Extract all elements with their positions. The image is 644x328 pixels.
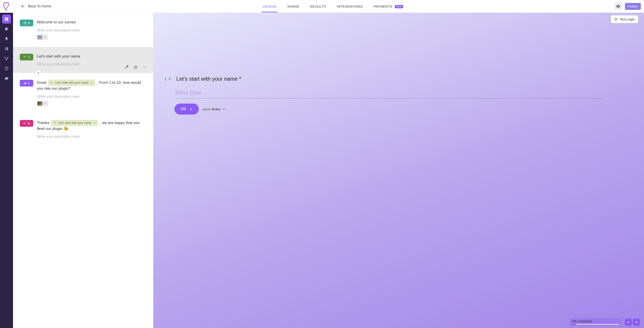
nav-design[interactable]: DESIGN <box>262 1 277 12</box>
wrench-icon <box>124 65 129 69</box>
rail-separator <box>2 85 11 85</box>
sidebar-rail <box>0 13 13 328</box>
svg-rect-4 <box>7 19 8 21</box>
nav-results[interactable]: RESULTS <box>310 1 326 12</box>
block-actions <box>124 65 147 69</box>
svg-rect-8 <box>5 67 8 70</box>
preview-prev-button[interactable] <box>625 318 632 326</box>
block-thanks[interactable]: A Thanks Let's start with your name , we… <box>13 113 153 145</box>
text-lines-icon <box>23 56 26 59</box>
svg-rect-3 <box>5 19 6 21</box>
block-welcome[interactable]: A Welcome to our survey Write your descr… <box>13 13 153 47</box>
close-icon[interactable] <box>90 82 93 84</box>
block-mention-button[interactable] <box>134 65 138 69</box>
chevron-up-icon <box>626 320 630 324</box>
close-icon[interactable] <box>93 122 96 124</box>
ok-button[interactable]: OK <box>174 104 199 115</box>
badge-letter: 2 <box>28 81 30 85</box>
bell-icon <box>4 37 8 41</box>
rail-theme[interactable] <box>2 25 11 34</box>
block-title[interactable]: Thanks Let's start with your name , we a… <box>37 120 146 131</box>
block-more-button[interactable] <box>142 65 147 69</box>
svg-point-17 <box>617 18 618 19</box>
svg-point-5 <box>5 57 6 58</box>
rail-settings[interactable] <box>2 44 11 53</box>
publish-button[interactable]: Publish <box>625 3 641 10</box>
preview-eye-button[interactable] <box>614 3 622 10</box>
block-title[interactable]: Great Let's start with your name , From … <box>37 80 146 91</box>
header-divider <box>15 3 15 10</box>
block-badge-text: 1 <box>20 54 33 61</box>
block-desc[interactable]: Write your description here <box>37 135 146 139</box>
text-lines-icon <box>53 121 56 124</box>
progress-track <box>572 324 619 325</box>
preview-next-button[interactable] <box>633 318 640 326</box>
block-title[interactable]: Welcome to our survey <box>37 20 146 25</box>
block-rating[interactable]: 2 Great Let's start with your name , Fro… <box>13 73 153 113</box>
new-badge: NEW <box>395 5 403 8</box>
test-logic-button[interactable]: Test Logic <box>611 15 638 23</box>
answer-input[interactable] <box>174 88 603 99</box>
at-icon <box>134 65 138 69</box>
svg-point-10 <box>143 67 144 68</box>
block-desc[interactable]: Write your description here <box>37 95 146 99</box>
ref-label: Let's start with your name <box>58 121 92 125</box>
close-icon[interactable] <box>44 102 46 105</box>
chevron-right-icon <box>189 107 193 111</box>
block-config-button[interactable] <box>124 65 129 69</box>
svg-point-18 <box>616 20 616 21</box>
back-to-home-link[interactable]: Back To Home <box>21 4 52 9</box>
test-logic-label: Test Logic <box>620 17 635 21</box>
app-logo <box>3 2 10 11</box>
field-reference-pill[interactable]: Let's start with your name <box>51 120 98 126</box>
header-nav: DESIGN SHARE RESULTS INTEGRATIONS PAYMEN… <box>52 1 615 12</box>
attachment-chip[interactable] <box>37 35 48 40</box>
attachment-thumb <box>38 102 42 106</box>
block-badge-thanks: A <box>20 120 33 127</box>
preview-nav-arrows <box>625 318 640 326</box>
field-reference-pill[interactable]: Let's start with your name <box>48 80 95 86</box>
block-desc[interactable]: Write your description here <box>37 28 146 32</box>
progress-bar: 8% completed <box>570 318 622 326</box>
chevron-down-icon <box>634 320 638 324</box>
bars-icon <box>23 82 26 85</box>
attachment-thumb <box>38 35 42 39</box>
nav-payments[interactable]: PAYMENTS NEW <box>373 1 404 12</box>
rail-hidden[interactable] <box>2 74 11 83</box>
arrow-right-icon <box>168 77 171 80</box>
rail-blocks[interactable] <box>2 15 11 24</box>
branch-icon <box>4 56 9 61</box>
svg-point-7 <box>6 59 7 60</box>
badge-letter: A <box>28 21 30 25</box>
calculator-icon <box>4 67 8 71</box>
rail-notifications[interactable] <box>2 34 11 43</box>
rail-calculator[interactable] <box>2 64 11 73</box>
palette-icon <box>4 27 9 31</box>
nav-share[interactable]: SHARE <box>287 1 300 12</box>
block-badge-welcome: A <box>20 20 33 26</box>
emoji: 😘 <box>64 127 68 131</box>
grid-icon <box>4 17 9 21</box>
enter-key-icon <box>222 108 226 111</box>
question-number: 1 <box>164 77 171 81</box>
login-icon <box>23 21 26 25</box>
block-name[interactable]: 1 Let's start with your name Write your … <box>13 47 153 73</box>
rail-logic[interactable] <box>2 54 11 63</box>
title-prefix: Thanks <box>37 121 50 125</box>
arrow-left-icon <box>21 4 25 9</box>
block-title[interactable]: Let's start with your name <box>37 54 146 59</box>
svg-point-6 <box>8 57 8 58</box>
eye-off-icon <box>4 76 9 81</box>
svg-rect-1 <box>5 18 6 19</box>
back-label: Back To Home <box>28 4 52 8</box>
progress-fill <box>572 324 576 325</box>
branch-icon <box>614 18 618 21</box>
nav-integrations[interactable]: INTEGRATIONS <box>336 1 363 12</box>
close-icon[interactable] <box>44 36 46 39</box>
attachment-chip[interactable] <box>37 101 48 106</box>
quote-icon <box>23 122 26 125</box>
dots-icon <box>142 65 147 69</box>
eye-icon <box>616 4 620 9</box>
nav-payments-label: PAYMENTS <box>374 5 392 8</box>
blocks-panel[interactable]: A Welcome to our survey Write your descr… <box>13 13 153 328</box>
